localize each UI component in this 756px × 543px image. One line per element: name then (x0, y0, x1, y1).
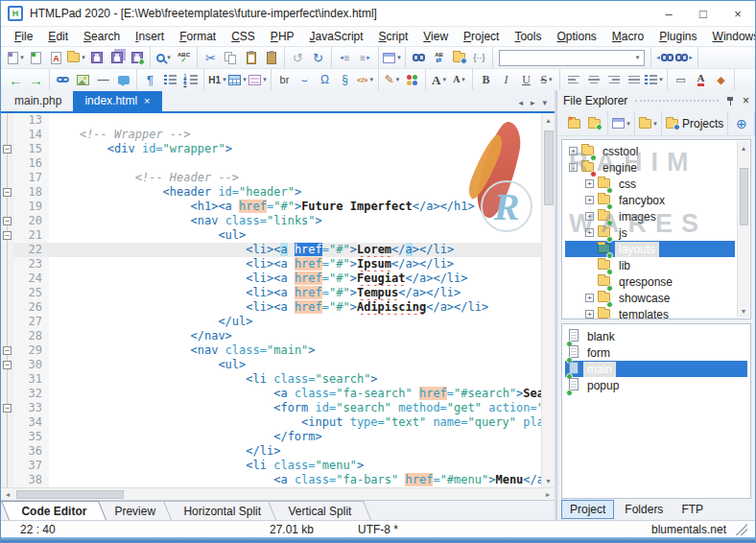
regex-builder-button[interactable]: {··} (469, 48, 489, 67)
line-break-button[interactable]: br (274, 70, 295, 89)
code-text[interactable]: <li class="search"> (49, 372, 555, 387)
new-text-document-button[interactable]: A (46, 48, 66, 67)
code-text[interactable] (49, 113, 555, 128)
navigate-forward-button[interactable]: → (26, 70, 46, 89)
save-all-button[interactable] (106, 48, 127, 67)
redo-button[interactable]: ↻ (308, 48, 328, 67)
fold-gutter[interactable] (1, 243, 13, 257)
code-text[interactable]: </li> (49, 444, 555, 459)
copy-button[interactable] (221, 48, 241, 67)
paste-button[interactable] (241, 48, 261, 67)
save-button[interactable] (86, 48, 106, 67)
menu-format[interactable]: Format (172, 28, 224, 45)
menu-view[interactable]: View (415, 28, 456, 45)
code-text[interactable] (49, 156, 555, 171)
search-input[interactable] (500, 52, 631, 64)
fold-gutter[interactable]: − (1, 228, 13, 243)
list-format-button[interactable] (644, 70, 664, 89)
scroll-tabs-left-icon[interactable]: ◂ (518, 98, 523, 107)
resize-grip[interactable] (736, 524, 747, 535)
fold-gutter[interactable] (1, 315, 13, 329)
code-text[interactable]: <form id="search" method="get" action="#… (49, 401, 555, 415)
expand-icon[interactable]: + (569, 147, 578, 155)
format-brush-button[interactable]: ✎ (382, 70, 402, 89)
save-as-button[interactable] (127, 48, 147, 67)
horizontal-rule-button[interactable]: — (93, 70, 113, 89)
scroll-right-icon[interactable]: ▸ (541, 490, 555, 499)
special-character-button[interactable]: Ω (315, 70, 335, 89)
fold-gutter[interactable] (1, 372, 13, 387)
menu-search[interactable]: Search (76, 28, 128, 45)
fold-gutter[interactable] (1, 444, 13, 459)
code-text[interactable]: <input type="text" name="query" placehol… (49, 415, 555, 430)
fold-gutter[interactable] (1, 387, 13, 401)
script-button[interactable]: § (335, 70, 355, 89)
code-text[interactable]: <li><a href="#">Adipiscing</a></li> (49, 300, 555, 315)
search-combobox[interactable]: ▾ (499, 50, 645, 66)
tree-item-engine[interactable]: -engine (565, 159, 735, 176)
align-center-button[interactable] (583, 70, 603, 89)
explorer-tab-ftp[interactable]: FTP (673, 501, 711, 518)
hyperlink-button[interactable] (53, 70, 73, 89)
comment-button[interactable] (113, 70, 133, 89)
scroll-thumb[interactable] (544, 130, 554, 205)
new-document-button[interactable] (6, 48, 26, 67)
minimize-button[interactable]: – (651, 1, 686, 26)
code-text[interactable]: <div id="wrapper"> (49, 142, 555, 156)
fold-gutter[interactable] (1, 473, 13, 487)
pin-icon[interactable] (726, 97, 735, 106)
code-text[interactable]: <h1><a href="#">Future Imperfect</a></h1… (49, 200, 555, 214)
font-button[interactable]: A (429, 70, 449, 89)
fold-gutter[interactable] (1, 171, 13, 185)
fold-gutter[interactable] (1, 200, 13, 214)
tag-button[interactable]: </> (355, 70, 375, 89)
table-button[interactable] (227, 70, 248, 89)
tree-item-css[interactable]: +css (565, 176, 735, 192)
browser-sync-button[interactable]: ⊕ (731, 114, 751, 133)
font-size-button[interactable]: A (449, 70, 469, 89)
align-right-button[interactable] (603, 70, 624, 89)
expand-icon[interactable]: + (585, 294, 594, 302)
scroll-down-icon[interactable]: ▾ (542, 474, 555, 487)
collapse-icon[interactable]: - (569, 163, 578, 172)
menu-project[interactable]: Project (456, 28, 507, 45)
quick-find-button[interactable] (154, 48, 174, 67)
fold-gutter[interactable] (1, 257, 13, 272)
tree-item-lib[interactable]: lib (565, 257, 735, 273)
explorer-tab-folders[interactable]: Folders (617, 501, 671, 518)
form-button[interactable] (248, 70, 268, 89)
heading-button[interactable]: H1 (207, 70, 227, 89)
close-button[interactable]: × (721, 1, 755, 26)
fold-collapse-icon[interactable]: − (3, 217, 12, 225)
code-text[interactable]: </ul> (49, 315, 555, 329)
tree-item-js[interactable]: +js (565, 224, 735, 241)
spell-check-button[interactable]: ABC✓ (174, 48, 194, 67)
scroll-left-icon[interactable]: ◂ (1, 490, 14, 499)
code-text[interactable]: <ul> (49, 228, 555, 243)
expand-icon[interactable]: + (585, 228, 594, 237)
highlight-color-button[interactable]: ◆ (711, 70, 731, 89)
fold-collapse-icon[interactable]: − (3, 188, 12, 197)
find-previous-button[interactable]: ◂ (654, 48, 674, 67)
new-item-button[interactable]: ➤ (564, 114, 584, 133)
open-file-button[interactable] (66, 48, 86, 67)
tree-item-images[interactable]: +images (565, 208, 735, 224)
close-tab-icon[interactable]: × (144, 95, 150, 106)
find-next-button[interactable]: ▸ (674, 48, 695, 67)
tree-item-fancybox[interactable]: +fancybox (565, 192, 735, 208)
fold-gutter[interactable] (1, 430, 13, 444)
code-text[interactable]: <a class="fa-bars" href="#menu">Menu</a> (49, 473, 555, 487)
code-text[interactable]: <li class="menu"> (49, 459, 555, 473)
justify-button[interactable] (624, 70, 644, 89)
explorer-tab-project[interactable]: Project (561, 500, 614, 519)
expand-icon[interactable]: + (585, 196, 594, 204)
new-from-gallery-button[interactable] (26, 48, 46, 67)
fold-gutter[interactable] (1, 156, 13, 171)
scroll-down-icon[interactable]: ▾ (738, 304, 749, 318)
fold-collapse-icon[interactable]: − (3, 361, 12, 369)
find-in-files-button[interactable] (449, 48, 469, 67)
fold-collapse-icon[interactable]: − (3, 346, 12, 355)
menu-windows[interactable]: Windows (705, 28, 756, 45)
scroll-up-icon[interactable]: ▴ (542, 113, 555, 127)
editor-horizontal-scrollbar[interactable]: ◂ ▸ (1, 487, 555, 500)
